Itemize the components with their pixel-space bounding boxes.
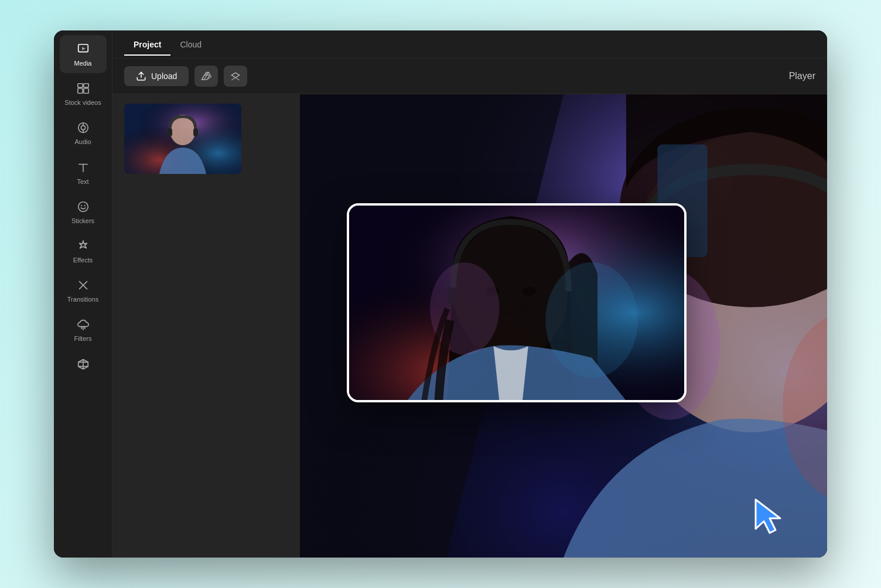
google-drive-button[interactable] [194, 66, 218, 87]
svg-point-13 [81, 205, 82, 206]
cursor-icon [751, 497, 792, 538]
sidebar-item-transitions[interactable]: Transitions [60, 271, 107, 309]
sidebar-item-media[interactable]: Media [60, 35, 107, 73]
filters-icon [75, 316, 91, 333]
cursor-arrow [751, 497, 792, 540]
sidebar-item-text[interactable]: Text [60, 153, 107, 192]
stock-icon [75, 80, 91, 97]
svg-point-7 [81, 126, 85, 130]
sidebar-item-label-media: Media [74, 60, 92, 67]
player-card-svg [349, 203, 684, 402]
text-icon [75, 159, 91, 176]
svg-marker-1 [82, 47, 86, 50]
app-window: Media Stock videos Audio Text Stickers [54, 30, 827, 558]
svg-marker-17 [232, 73, 240, 77]
thumbnail-image [124, 104, 241, 174]
svg-point-12 [78, 202, 88, 212]
toolbar: Upload Player [112, 59, 827, 94]
sidebar-item-label-audio: Audio [74, 138, 91, 146]
sidebar-item-label-text: Text [77, 178, 88, 186]
player-area [300, 94, 827, 558]
svg-rect-5 [83, 88, 88, 93]
transitions-icon [75, 277, 91, 293]
tab-bar: Project Cloud [112, 30, 827, 59]
media-content [112, 94, 827, 558]
audio-icon [75, 119, 91, 136]
sidebar-item-effects[interactable]: Effects [60, 232, 107, 270]
svg-rect-24 [193, 128, 198, 136]
sidebar-item-stock[interactable]: Stock videos [60, 74, 107, 112]
effects-icon [75, 238, 91, 254]
sidebar-item-filters[interactable]: Filters [60, 310, 107, 348]
google-drive-icon [200, 70, 212, 82]
tab-project[interactable]: Project [124, 34, 170, 55]
3d-icon [75, 356, 91, 372]
svg-rect-4 [77, 88, 82, 93]
svg-marker-47 [756, 500, 780, 533]
player-label: Player [789, 71, 815, 81]
stickers-icon [75, 199, 91, 215]
sidebar-item-label-effects: Effects [73, 257, 93, 264]
sidebar-item-stickers[interactable]: Stickers [60, 193, 107, 231]
svg-rect-3 [83, 84, 88, 87]
tab-cloud[interactable]: Cloud [170, 34, 211, 55]
upload-icon [136, 71, 146, 81]
main-panel: Project Cloud Upload [112, 30, 827, 558]
dropbox-button[interactable] [224, 66, 247, 87]
sidebar-item-label-stickers: Stickers [71, 217, 94, 225]
media-icon [75, 41, 91, 57]
svg-point-14 [84, 205, 85, 206]
sidebar-item-label-stock: Stock videos [64, 99, 101, 107]
svg-rect-2 [77, 84, 82, 87]
player-card-inner [349, 206, 684, 400]
svg-marker-16 [232, 73, 240, 80]
upload-button[interactable]: Upload [124, 66, 189, 86]
sidebar-item-label-filters: Filters [74, 335, 92, 343]
svg-rect-23 [168, 128, 172, 136]
thumbnail-svg [124, 104, 241, 174]
svg-point-46 [545, 262, 638, 377]
sidebar-item-audio[interactable]: Audio [60, 114, 107, 152]
media-thumbnail[interactable] [124, 104, 241, 174]
sidebar-item-label-transitions: Transitions [67, 296, 98, 303]
svg-point-45 [430, 262, 499, 354]
sidebar: Media Stock videos Audio Text Stickers [54, 30, 112, 558]
player-card [347, 203, 687, 402]
dropbox-icon [230, 70, 241, 82]
sidebar-item-3d[interactable] [60, 350, 107, 378]
